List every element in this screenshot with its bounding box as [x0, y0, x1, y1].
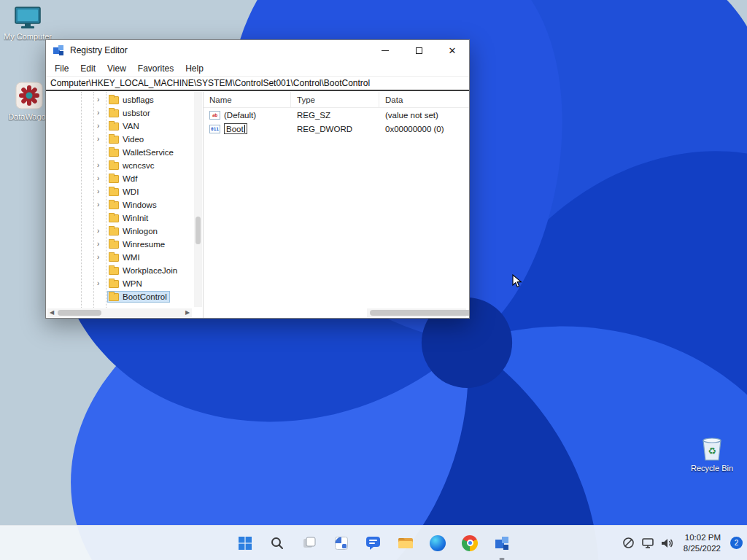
tree-item-usbflags[interactable]: ›usbflags — [46, 93, 193, 106]
chevron-right-icon[interactable]: › — [97, 122, 108, 130]
value-name-edit-box[interactable]: Boot — [224, 123, 247, 134]
window-title: Registry Editor — [70, 45, 128, 55]
menu-help[interactable]: Help — [179, 62, 209, 75]
chevron-right-icon[interactable]: › — [97, 188, 108, 195]
tree-item-body[interactable]: VAN — [108, 121, 142, 131]
chat-icon — [365, 536, 382, 551]
menu-favorites[interactable]: Favorites — [132, 62, 179, 75]
tree-item-body[interactable]: Windows — [108, 200, 159, 210]
tree-item-body[interactable]: Video — [108, 134, 146, 144]
active-app-indicator — [500, 558, 505, 560]
registry-app-icon — [53, 44, 64, 56]
folder-icon — [109, 96, 119, 104]
minimize-button[interactable] — [368, 40, 402, 61]
chevron-right-icon[interactable]: › — [97, 162, 108, 169]
values-horizontal-scrollbar[interactable] — [367, 308, 466, 317]
tree-item-body[interactable]: Wdf — [108, 174, 139, 184]
chevron-right-icon[interactable]: › — [97, 228, 108, 235]
value-row-default[interactable]: ab(Default)REG_SZ(value not set) — [204, 108, 469, 122]
tree-item-body[interactable]: WorkplaceJoin — [108, 265, 179, 276]
tree-item-body[interactable]: WPN — [108, 279, 144, 289]
tree-item-workplacejoin[interactable]: WorkplaceJoin — [46, 264, 193, 277]
scroll-right-arrow-icon[interactable]: ▶ — [183, 308, 192, 317]
chevron-right-icon[interactable]: › — [97, 280, 108, 287]
value-name-cell[interactable]: 011Boot — [204, 123, 291, 134]
column-header-name[interactable]: Name — [204, 92, 291, 107]
desktop-icon-recycle-bin[interactable]: ♻ Recycle Bin — [689, 435, 735, 472]
taskbar-clock[interactable]: 10:02 PM 8/25/2022 — [684, 532, 721, 553]
desktop-icon-my-computer[interactable]: My Computer — [3, 6, 53, 41]
widgets-button[interactable] — [327, 529, 356, 558]
notification-badge[interactable]: 2 — [730, 537, 743, 549]
scrollbar-thumb[interactable] — [58, 310, 101, 316]
slashed-circle-icon[interactable] — [622, 537, 635, 549]
file-explorer-button[interactable] — [391, 529, 420, 558]
tree-item-wininit[interactable]: WinInit — [46, 211, 193, 225]
volume-icon[interactable] — [661, 537, 674, 549]
value-row-boot[interactable]: 011BootREG_DWORD0x00000000 (0) — [204, 122, 469, 136]
tree-item-body[interactable]: WinInit — [108, 213, 150, 223]
tree-item-wdf[interactable]: ›Wdf — [46, 172, 193, 185]
tree-item-windows[interactable]: ›Windows — [46, 198, 193, 211]
tree-item-wcncsvc[interactable]: ›wcncsvc — [46, 159, 193, 172]
maximize-button[interactable] — [402, 40, 436, 61]
tree-item-wpn[interactable]: ›WPN — [46, 277, 193, 290]
value-name-cell[interactable]: ab(Default) — [204, 111, 291, 120]
window-body: ›usbflags›usbstor›VAN›VideoWalletService… — [46, 92, 469, 318]
chevron-right-icon[interactable]: › — [97, 175, 108, 182]
datawagon-icon — [14, 80, 44, 111]
scrollbar-thumb[interactable] — [196, 217, 201, 244]
tree-item-bootcontrol[interactable]: BootControl — [46, 290, 193, 303]
tree-vertical-scrollbar[interactable] — [194, 92, 202, 307]
my-computer-icon — [13, 6, 42, 31]
close-button[interactable]: ✕ — [436, 40, 469, 61]
menu-file[interactable]: File — [49, 62, 74, 75]
tree-item-body[interactable]: usbflags — [108, 95, 156, 105]
start-button[interactable] — [231, 529, 260, 558]
network-icon[interactable] — [641, 537, 654, 548]
tree-item-body[interactable]: Winresume — [108, 239, 167, 249]
tree-item-body[interactable]: Winlogon — [108, 226, 160, 236]
tree-item-body[interactable]: WMI — [108, 252, 142, 262]
tree-item-label: Winlogon — [123, 227, 158, 236]
chat-button[interactable] — [359, 529, 388, 558]
edge-button[interactable] — [423, 529, 452, 558]
scroll-left-arrow-icon[interactable]: ◀ — [47, 308, 56, 317]
column-header-type[interactable]: Type — [291, 92, 379, 107]
tree-horizontal-scrollbar[interactable]: ◀ ▶ — [47, 308, 192, 317]
value-type-cell: REG_DWORD — [291, 125, 379, 133]
tree-item-winlogon[interactable]: ›Winlogon — [46, 225, 193, 238]
chrome-button[interactable] — [455, 529, 484, 558]
tree-item-body[interactable]: usbstor — [108, 108, 152, 118]
registry-editor-taskbar-button[interactable] — [487, 529, 516, 558]
widgets-icon — [334, 536, 349, 551]
chevron-right-icon[interactable]: › — [97, 136, 108, 143]
search-button[interactable] — [263, 529, 292, 558]
scrollbar-thumb[interactable] — [370, 310, 469, 316]
tree-item-wmi[interactable]: ›WMI — [46, 251, 193, 264]
task-view-button[interactable] — [295, 529, 324, 558]
chevron-right-icon[interactable]: › — [97, 201, 108, 209]
tree-item-wdi[interactable]: ›WDI — [46, 185, 193, 198]
tree-item-body[interactable]: BootControl — [108, 292, 169, 302]
column-header-data[interactable]: Data — [379, 92, 469, 107]
tree-item-body[interactable]: WalletService — [108, 147, 176, 158]
tree-item-usbstor[interactable]: ›usbstor — [46, 106, 193, 120]
edge-icon — [430, 535, 446, 551]
column-headers: Name Type Data — [204, 92, 469, 108]
menu-view[interactable]: View — [101, 62, 132, 75]
tree-item-video[interactable]: ›Video — [46, 133, 193, 146]
tree-item-body[interactable]: WDI — [108, 187, 141, 197]
tree-item-winresume[interactable]: ›Winresume — [46, 238, 193, 251]
menu-edit[interactable]: Edit — [74, 62, 101, 75]
tree-item-body[interactable]: wcncsvc — [108, 160, 156, 171]
tree-item-label: WinInit — [123, 214, 148, 222]
chevron-right-icon[interactable]: › — [97, 241, 108, 248]
tree-item-walletservice[interactable]: WalletService — [46, 146, 193, 159]
chevron-right-icon[interactable]: › — [97, 96, 108, 104]
chevron-right-icon[interactable]: › — [97, 109, 108, 117]
address-bar[interactable]: Computer\HKEY_LOCAL_MACHINE\SYSTEM\Contr… — [46, 76, 469, 91]
titlebar[interactable]: Registry Editor ✕ — [46, 40, 469, 61]
tree-item-van[interactable]: ›VAN — [46, 120, 193, 133]
chevron-right-icon[interactable]: › — [97, 254, 108, 261]
